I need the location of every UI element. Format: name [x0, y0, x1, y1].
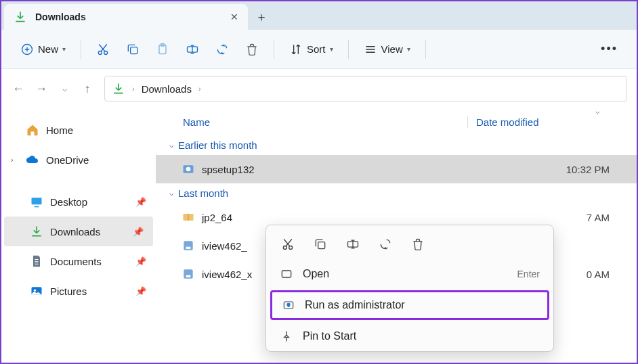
cut-button[interactable] — [89, 37, 116, 62]
chevron-down-icon: ⌵ — [169, 141, 174, 150]
forward-button[interactable]: → — [34, 82, 49, 96]
chevron-right-icon[interactable]: › — [11, 156, 19, 164]
home-icon — [26, 123, 39, 137]
cut-button[interactable] — [281, 237, 295, 251]
file-row[interactable]: spsetup132 10:32 PM — [156, 155, 637, 183]
svg-point-2 — [104, 51, 108, 54]
ctx-run-as-admin[interactable]: Run as administrator — [270, 290, 549, 320]
back-button[interactable]: ← — [11, 82, 26, 96]
pictures-icon — [30, 284, 43, 298]
delete-button[interactable] — [238, 37, 265, 62]
installer-icon — [182, 162, 195, 176]
chevron-down-icon: ▾ — [62, 45, 66, 53]
tab-title: Downloads — [35, 12, 222, 22]
chevron-right-icon: › — [198, 85, 201, 93]
column-name[interactable]: Name — [183, 116, 467, 128]
address-bar[interactable]: › Downloads › — [104, 76, 627, 101]
copy-button[interactable] — [314, 237, 327, 251]
rename-button[interactable] — [346, 237, 360, 251]
sort-button[interactable]: Sort ▾ — [282, 37, 340, 62]
svg-point-1 — [98, 51, 102, 54]
share-button[interactable] — [209, 37, 236, 62]
desktop-icon — [30, 195, 43, 208]
copy-button[interactable] — [119, 37, 146, 62]
group-header[interactable]: ⌵ Earlier this month — [156, 135, 637, 155]
chevron-down-icon: ▾ — [407, 45, 410, 53]
new-tab-button[interactable]: ＋ — [248, 4, 275, 30]
pin-icon: 📌 — [135, 197, 146, 207]
shield-icon — [282, 298, 295, 312]
download-icon — [112, 82, 125, 95]
more-button[interactable]: ••• — [594, 37, 624, 62]
sidebar-item-onedrive[interactable]: › OneDrive — [1, 145, 156, 175]
svg-rect-16 — [186, 275, 191, 277]
open-icon — [280, 267, 293, 281]
delete-button[interactable] — [411, 237, 425, 251]
svg-rect-3 — [131, 47, 137, 53]
sidebar-item-documents[interactable]: Documents 📌 — [1, 246, 156, 276]
toolbar: New ▾ Sort ▾ View ▾ ••• — [1, 30, 637, 69]
paste-button[interactable] — [149, 37, 176, 62]
rename-button[interactable] — [179, 37, 206, 62]
svg-rect-7 — [32, 198, 42, 204]
recent-button[interactable]: ⌵ — [57, 84, 72, 93]
nav-row: ← → ⌵ ↑ › Downloads › — [1, 69, 637, 108]
chevron-down-icon: ⌵ — [169, 189, 174, 198]
share-button[interactable] — [379, 237, 392, 251]
tab-bar: Downloads ✕ ＋ — [1, 1, 637, 30]
breadcrumb-current[interactable]: Downloads — [142, 83, 192, 95]
tab-downloads[interactable]: Downloads ✕ — [4, 4, 248, 30]
cloud-icon — [26, 153, 39, 166]
sidebar-item-downloads[interactable]: Downloads 📌 — [4, 217, 153, 246]
close-icon[interactable]: ✕ — [230, 12, 238, 22]
context-menu: Open Enter Run as administrator Pin to S… — [265, 225, 554, 352]
svg-rect-21 — [282, 271, 291, 277]
group-header[interactable]: ⌵ Last month — [156, 183, 637, 203]
pin-icon — [280, 329, 293, 343]
download-icon — [30, 225, 43, 238]
pin-icon: 📌 — [135, 286, 146, 296]
svg-point-9 — [34, 290, 36, 292]
pin-icon: 📌 — [135, 256, 146, 267]
installer-icon — [182, 267, 195, 281]
svg-point-17 — [283, 246, 286, 250]
column-date[interactable]: Date modified ⌵ — [467, 116, 539, 128]
new-button[interactable]: New ▾ — [14, 37, 72, 62]
document-icon — [30, 254, 43, 268]
svg-rect-14 — [186, 247, 191, 249]
sidebar: Home › OneDrive Desktop 📌 Downloads 📌 — [1, 108, 156, 363]
chevron-down-icon: ▾ — [330, 45, 333, 53]
installer-icon — [182, 239, 195, 252]
svg-rect-19 — [318, 242, 325, 249]
pin-icon: 📌 — [133, 227, 144, 237]
chevron-down-icon[interactable]: ⌵ — [595, 107, 600, 116]
svg-point-18 — [289, 246, 293, 250]
svg-point-11 — [186, 167, 191, 172]
up-button[interactable]: ↑ — [80, 82, 95, 96]
view-button[interactable]: View ▾ — [357, 37, 417, 62]
download-icon — [14, 10, 27, 24]
sidebar-item-home[interactable]: Home — [1, 115, 156, 145]
sidebar-item-desktop[interactable]: Desktop 📌 — [1, 187, 156, 217]
ctx-pin-to-start[interactable]: Pin to Start — [266, 321, 553, 351]
archive-icon — [182, 210, 195, 224]
chevron-right-icon: › — [132, 85, 135, 93]
sidebar-item-pictures[interactable]: Pictures 📌 — [1, 276, 156, 306]
ctx-open[interactable]: Open Enter — [266, 259, 553, 289]
